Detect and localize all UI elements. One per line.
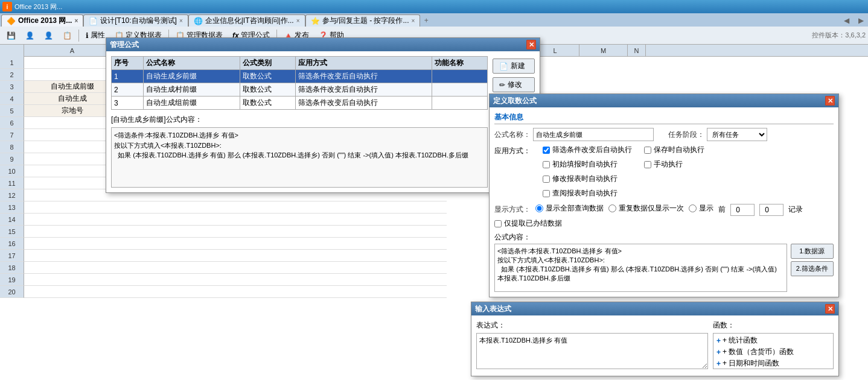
formula-row-3[interactable]: 3 自动生成组前缀 取数公式 筛选条件改变后自动执行	[112, 97, 488, 110]
formula-row-3-name: 自动生成组前缀	[144, 97, 240, 110]
mgmt-formula-content: 序号 公式名称 公式类别 应用方式 功能名称 1 自动生成乡前缀 取数公式 筛选…	[106, 51, 540, 192]
func-item-datetime[interactable]: + + 日期和时间函数	[715, 358, 832, 369]
formula-row-1[interactable]: 1 自动生成乡前缀 取数公式 筛选条件改变后自动执行	[112, 70, 488, 83]
input-expr-close[interactable]: ✕	[825, 304, 835, 314]
toolbar-btn-1[interactable]: 👤	[21, 28, 39, 43]
col-header-type: 公式类别	[240, 57, 296, 70]
tab-close-0[interactable]: ×	[74, 17, 78, 24]
new-tab-button[interactable]: +	[420, 14, 432, 27]
expr-textarea[interactable]: 本报表.T10ZDBH.选择乡 有值	[476, 333, 708, 369]
expand-icon-0: +	[716, 337, 721, 345]
formula-name-input[interactable]	[533, 128, 654, 141]
checkbox-initial-fill-input[interactable]	[543, 161, 550, 168]
cell-18[interactable]	[24, 262, 447, 274]
define-formula-dialog: 定义取数公式 ✕ 基本信息 公式名称： 任务阶段： 所有任务 应用方式： 筛选条…	[489, 93, 839, 297]
checkbox-view-report: 查阅报表时自动执行	[543, 188, 632, 198]
tab-icon-1: 📄	[89, 17, 98, 25]
app-title: Office 2013 网...	[14, 2, 62, 11]
row-header-9: 9	[0, 153, 24, 165]
formula-content-title: 公式内容：	[494, 232, 834, 242]
mgmt-formula-titlebar[interactable]: 管理公式 ✕	[106, 38, 540, 51]
new-formula-button[interactable]: 📄 新建	[493, 59, 535, 74]
define-formula-close[interactable]: ✕	[825, 96, 835, 106]
mgmt-formula-close[interactable]: ✕	[526, 40, 536, 49]
checkbox-only-done-input[interactable]	[494, 220, 502, 227]
formula-content-section: 公式内容： <筛选条件:本报表.T10ZDBH.选择乡 有值> 按以下方式填入<…	[494, 232, 834, 292]
toolbar-btn-3[interactable]: 📋	[59, 28, 76, 43]
checkbox-view-report-input[interactable]	[543, 190, 550, 197]
tab-label-2: 企业信息化|IT咨询顾问|作...	[205, 16, 294, 26]
task-stage-select[interactable]: 所有任务	[707, 128, 767, 141]
cell-19[interactable]	[24, 274, 447, 286]
cell-16[interactable]	[24, 238, 447, 250]
tab-1[interactable]: 📄 设计[T10:自动编号测试] ×	[83, 14, 188, 27]
input-expr-left: 表达式： 本报表.T10ZDBH.选择乡 有值	[476, 320, 708, 371]
user2-icon: 👤	[44, 31, 53, 40]
cell-14[interactable]	[24, 214, 447, 226]
radio-show-n-label: 显示	[699, 203, 713, 214]
formula-content-textarea[interactable]: <筛选条件:本报表.T10ZDBH.选择乡 有值> 按以下方式填入<本报表.T1…	[494, 244, 787, 292]
cell-15[interactable]	[24, 226, 447, 238]
tab-label-0: Office 2013 网...	[18, 16, 72, 26]
side-buttons: 1.数据源 2.筛选条件	[791, 244, 834, 292]
cell-17[interactable]	[24, 250, 447, 262]
input-expr-content: 表达式： 本报表.T10ZDBH.选择乡 有值 函数： + + 统计函数 + +…	[471, 315, 838, 376]
mgmt-formula-title: 管理公式	[110, 40, 139, 50]
tab-2[interactable]: 🌐 企业信息化|IT咨询顾问|作... ×	[188, 14, 305, 27]
nav-forward-button[interactable]: ▶	[855, 14, 867, 27]
tab-close-3[interactable]: ×	[412, 17, 415, 24]
col-header-func: 功能名称	[432, 57, 488, 70]
nav-back-button[interactable]: ◀	[840, 14, 852, 27]
checkbox-manual-input[interactable]	[644, 161, 651, 168]
input-expr-titlebar[interactable]: 输入表达式 ✕	[471, 302, 838, 315]
row-header-12: 12	[0, 189, 24, 201]
toolbar-btn-2[interactable]: 👤	[40, 28, 57, 43]
func-item-1-label: + 数值（含货币）函数	[723, 347, 794, 357]
task-stage-label: 任务阶段：	[668, 130, 704, 140]
mgmt-formula-dialog: 管理公式 ✕ 序号 公式名称 公式类别 应用方式 功能名称 1 自动	[106, 37, 540, 193]
radio-show-all-input[interactable]	[535, 204, 543, 212]
input-expr-right: 函数： + + 统计函数 + + 数值（含货币）函数 + + 日期和时间函数 +…	[713, 320, 834, 371]
checkbox-filter-change-input[interactable]	[543, 147, 550, 154]
row-header-14: 14	[0, 214, 24, 226]
formula-row-1-method: 筛选条件改变后自动执行	[295, 70, 432, 83]
func-label: 函数：	[713, 320, 834, 331]
display-after-input[interactable]	[759, 204, 783, 216]
tab-0[interactable]: 🔶 Office 2013 网... ×	[1, 14, 83, 27]
formula-row-2[interactable]: 2 自动生成村前缀 取数公式 筛选条件改变后自动执行	[112, 83, 488, 97]
cell-5-A-value: 宗地号	[62, 106, 83, 116]
func-list: + + 统计函数 + + 数值（含货币）函数 + + 日期和时间函数 + + 字…	[713, 333, 834, 369]
define-formula-titlebar[interactable]: 定义取数公式 ✕	[490, 94, 838, 107]
row-header-6: 6	[0, 117, 24, 129]
checkbox-initial-fill: 初始填报时自动执行	[543, 159, 632, 169]
row-header-3: 3	[0, 81, 24, 93]
display-before-input[interactable]	[730, 204, 755, 216]
radio-show-n: 显示	[689, 203, 713, 214]
row-header-15: 15	[0, 226, 24, 238]
datasource-button[interactable]: 1.数据源	[791, 244, 834, 259]
func-item-numeric[interactable]: + + 数值（含货币）函数	[715, 346, 832, 358]
row-header-5: 5	[0, 105, 24, 117]
row-header-1: 1	[0, 57, 24, 69]
edit-formula-label: 修改	[508, 80, 522, 90]
tab-close-2[interactable]: ×	[296, 17, 300, 24]
cell-20[interactable]	[24, 286, 447, 298]
func-item-2-label: + 日期和时间函数	[723, 358, 779, 369]
checkbox-save-auto-input[interactable]	[644, 147, 651, 154]
tab-close-1[interactable]: ×	[179, 17, 183, 24]
func-item-statistics[interactable]: + + 统计函数	[715, 335, 832, 346]
row-header-2: 2	[0, 69, 24, 81]
checkbox-modify-report-input[interactable]	[543, 176, 550, 183]
checkbox-modify-report: 修改报表时自动执行	[543, 174, 632, 184]
cell-13[interactable]	[24, 201, 447, 214]
tab-3[interactable]: ⭐ 参与/回复主题 - 按字段作... ×	[305, 14, 421, 27]
filter-condition-button[interactable]: 2.筛选条件	[791, 261, 834, 276]
radio-show-all-label: 显示全部查询数据	[546, 203, 604, 214]
edit-formula-button[interactable]: ✏ 修改	[493, 77, 535, 92]
tab-icon-0: 🔶	[7, 17, 16, 25]
formula-row-2-name: 自动生成村前缀	[144, 83, 240, 97]
radio-show-n-input[interactable]	[689, 204, 697, 212]
radio-show-once-input[interactable]	[608, 204, 616, 212]
save-button[interactable]: 💾	[2, 28, 20, 43]
tab-label-3: 参与/回复主题 - 按字段作...	[322, 16, 409, 26]
